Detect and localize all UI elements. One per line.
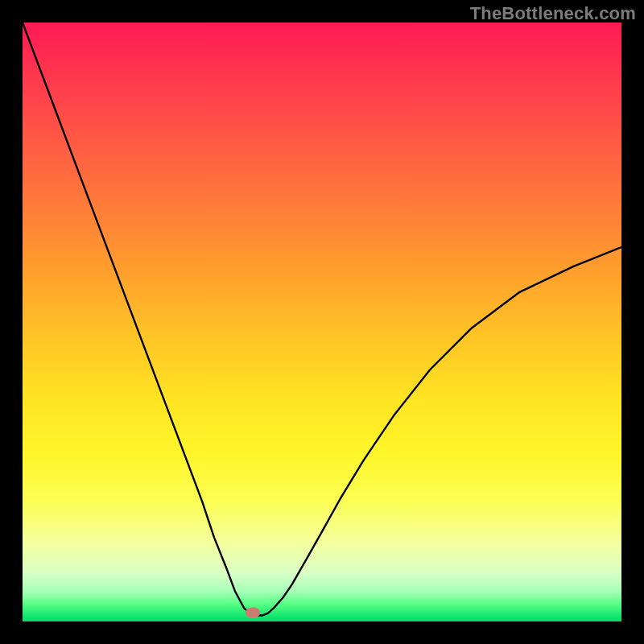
chart-frame: TheBottleneck.com bbox=[0, 0, 644, 644]
bottleneck-marker bbox=[246, 607, 260, 617]
plot-area bbox=[23, 23, 621, 621]
watermark-text: TheBottleneck.com bbox=[470, 3, 636, 24]
bottleneck-curve bbox=[23, 23, 621, 621]
